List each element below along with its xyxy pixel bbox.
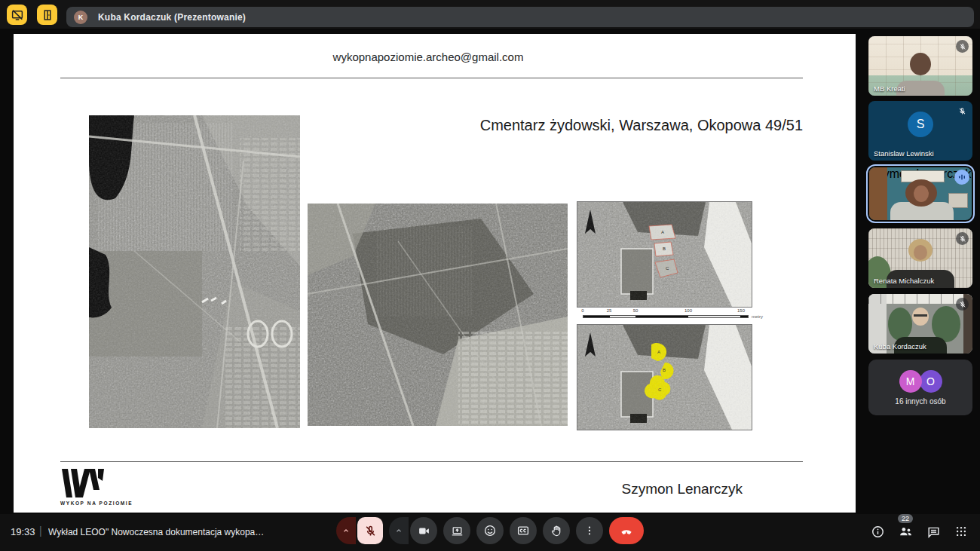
presenter-label: Kuba Kordaczuk (Prezentowanie) — [98, 12, 246, 23]
door-exit-icon — [41, 8, 54, 22]
logo-w-mark — [60, 467, 107, 499]
participant-tile-renata-michalczuk[interactable]: Renata Michalczuk — [868, 228, 972, 288]
mic-muted-badge — [956, 232, 969, 245]
stop-presenting-warning-button[interactable] — [7, 5, 27, 25]
aerial-photo-cemetery-vertical — [89, 115, 300, 428]
participant-head — [914, 245, 927, 260]
people-icon — [898, 524, 914, 540]
geophysics-map-areas: A B C — [577, 201, 752, 308]
camera-control-group — [389, 517, 437, 544]
scale-bar-segments — [583, 315, 749, 318]
overflow-avatars: M O — [899, 370, 942, 393]
scale-unit: metry — [752, 314, 763, 319]
presenter-avatar: K — [74, 11, 87, 24]
mic-muted-button[interactable] — [357, 517, 383, 544]
hand-icon — [550, 525, 563, 537]
more-vert-icon — [583, 525, 596, 537]
camera-options-button[interactable] — [389, 517, 409, 544]
mic-off-icon — [959, 235, 966, 243]
mic-off-icon — [959, 301, 966, 308]
presentation-slash-icon — [11, 8, 24, 22]
scale-tick: 50 — [633, 308, 639, 313]
activities-button[interactable] — [953, 523, 969, 540]
others-count-label: 16 innych osób — [895, 397, 945, 406]
other-participants-tile[interactable]: M O 16 innych osób — [868, 360, 972, 415]
door-background — [869, 167, 887, 220]
info-icon — [871, 525, 885, 539]
participant-head — [910, 53, 931, 75]
participant-name: MB Kreati — [874, 84, 905, 93]
smiley-icon — [483, 524, 497, 537]
presentation-stage[interactable]: wykopnapoziomie.archeo@gmail.com Cmentar… — [14, 34, 856, 513]
top-bar: K Kuba Kordaczuk (Prezentowanie) — [0, 0, 980, 29]
scale-tick: 100 — [684, 308, 692, 313]
scale-tick: 25 — [607, 308, 612, 313]
mic-muted-badge — [956, 298, 969, 311]
mic-off-icon — [959, 43, 966, 51]
participant-tile-stanislaw-lewinski[interactable]: S Stanislaw Lewinski — [868, 101, 972, 161]
meeting-title: Wykład LEOO" Nowoczesna dokumentacja wyk… — [48, 527, 274, 537]
logo-caption: WYKOP NA POZIOMIE — [60, 500, 143, 506]
present-screen-icon — [451, 525, 464, 537]
more-options-button[interactable] — [576, 517, 603, 544]
speaking-indicator — [954, 170, 969, 185]
avatar-circle: S — [908, 112, 933, 137]
present-screen-button[interactable] — [443, 517, 470, 544]
mic-muted-badge — [956, 105, 969, 118]
presenter-banner[interactable]: K Kuba Kordaczuk (Prezentowanie) — [66, 7, 974, 27]
reactions-button[interactable] — [476, 517, 504, 544]
participant-tile-kuba-kordaczuk[interactable]: Kuba Kordaczuk — [868, 294, 972, 354]
chat-icon — [926, 525, 941, 539]
call-end-icon — [619, 523, 634, 538]
chevron-up-icon — [341, 526, 351, 535]
participant-name: Stanislaw Lewinski — [874, 149, 934, 158]
audio-waves-icon — [957, 173, 966, 182]
slide-title: Cmentarz żydowski, Warszawa, Okopowa 49/… — [480, 117, 803, 134]
avatar-o: O — [920, 370, 942, 393]
participant-head — [914, 185, 929, 202]
slide-divider-bottom — [60, 461, 803, 462]
divider: | — [39, 525, 42, 537]
tree-left — [888, 308, 912, 341]
chevron-up-icon — [394, 526, 403, 535]
captions-button[interactable] — [510, 517, 537, 544]
scale-tick: 0 — [581, 308, 583, 313]
chat-button[interactable] — [925, 523, 942, 540]
participant-tile-mb-kreati[interactable]: MB Kreati — [868, 36, 972, 96]
map-scale-bar: 0 25 50 100 150 metry — [577, 308, 765, 322]
scale-tick: 150 — [737, 308, 745, 313]
leave-room-button[interactable] — [37, 5, 57, 25]
captions-icon — [516, 524, 530, 537]
clock: 19:33 — [11, 526, 35, 537]
mic-off-icon — [364, 525, 377, 537]
participants-button[interactable]: 22 — [897, 523, 914, 540]
wykop-na-poziomie-logo: WYKOP NA POZIOMIE — [60, 467, 143, 506]
aerial-photo-cemetery-oblique — [308, 204, 568, 426]
videocam-icon — [418, 525, 430, 537]
end-call-button[interactable] — [609, 517, 644, 544]
mic-options-button[interactable] — [336, 517, 356, 544]
mic-control-group — [336, 517, 383, 544]
slide-author: Szymon Lenarczyk — [621, 481, 743, 497]
call-controls — [336, 517, 644, 544]
camera-button[interactable] — [410, 517, 437, 544]
participants-count-badge: 22 — [898, 514, 913, 523]
slide-divider-top — [60, 78, 803, 78]
slide-email: wykopnapoziomie.archeo@gmail.com — [14, 51, 843, 63]
geophysics-map-highlighted: A B C — [577, 324, 752, 430]
participant-name: Renata Michalczuk — [874, 277, 934, 285]
participant-tile-szymon-lenarczyk[interactable]: Szymon Lenarczyk — [866, 164, 975, 223]
raise-hand-button[interactable] — [543, 517, 570, 544]
meeting-details-button[interactable] — [869, 523, 886, 540]
apps-grid-icon — [954, 525, 968, 538]
participant-name: Kuba Kordaczuk — [874, 342, 926, 350]
mic-off-icon — [958, 107, 966, 115]
participant-head — [912, 308, 929, 326]
glasses — [914, 314, 927, 317]
avatar-m: M — [899, 370, 922, 393]
mic-muted-badge — [956, 40, 969, 53]
meeting-panels: 22 — [869, 523, 969, 540]
